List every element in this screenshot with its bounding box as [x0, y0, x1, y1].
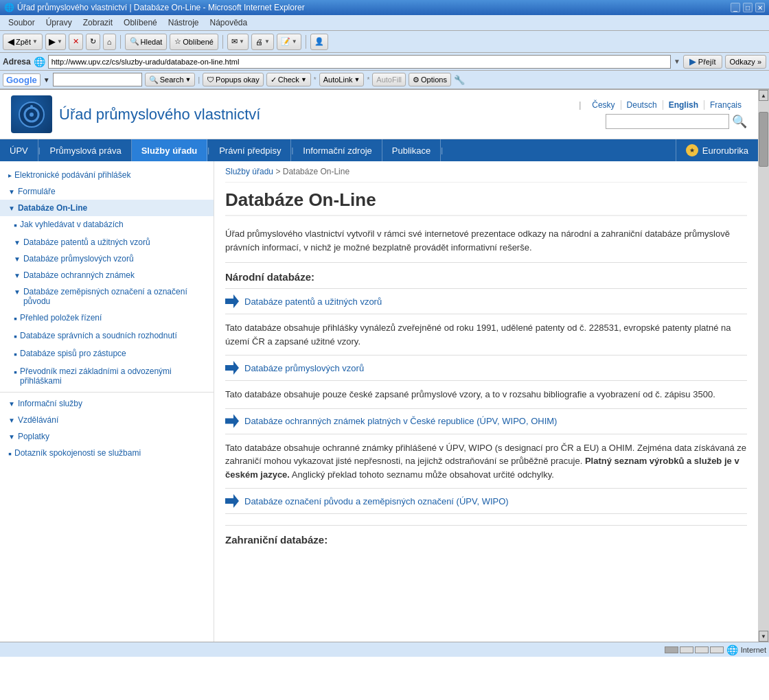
go-button[interactable]: ▶ Přejít	[683, 55, 722, 69]
lang-cs[interactable]: Česky	[586, 100, 621, 110]
sidebar-link-databaze-patentu[interactable]: Databáze patentů a užitných vzorů	[23, 237, 150, 247]
db-link-prumyslovych[interactable]: Databáze průmyslových vzorů	[244, 363, 364, 373]
nav-publikace[interactable]: Publikace	[382, 139, 441, 161]
db-link-row-prumyslovych: Databáze průmyslových vzorů	[225, 355, 747, 381]
dropdown-arrow[interactable]: ▼	[674, 58, 680, 65]
refresh-button[interactable]: ↻	[86, 34, 100, 50]
sidebar-item-databaze-spravnich[interactable]: ▪ Databáze správních a soudních rozhodnu…	[0, 327, 214, 345]
sidebar-link-prehled-polozek[interactable]: Přehled položek řízení	[20, 313, 102, 323]
menu-upravy[interactable]: Úpravy	[41, 16, 78, 29]
trademark-extra: Anglický překlad tohoto seznamu může obs…	[290, 469, 554, 480]
sidebar-link-dotaznik[interactable]: Dotazník spokojenosti se službami	[14, 448, 141, 458]
scroll-down[interactable]: ▼	[759, 631, 768, 642]
search-button[interactable]: 🔍 🔍 Hledat Hledat	[125, 34, 168, 50]
menu-nastroje[interactable]: Nástroje	[163, 16, 205, 29]
site-search-input[interactable]	[606, 114, 729, 129]
db-link-ochrannych[interactable]: Databáze ochranných známek platných v Če…	[244, 416, 557, 426]
minimize-button[interactable]: _	[731, 3, 740, 12]
sidebar-link-vzdelavani[interactable]: Vzdělávání	[18, 415, 58, 425]
window-controls[interactable]: _ □ ✕	[731, 3, 765, 12]
sidebar-link-databaze-spisu[interactable]: Databáze spisů pro zástupce	[20, 349, 126, 358]
google-search-button[interactable]: 🔍 Search ▼	[145, 73, 196, 86]
sidebar-link-databaze-ochrannych[interactable]: Databáze ochranných známek	[23, 270, 135, 280]
sidebar-item-prevodnik[interactable]: ▪ Převodník mezi základními a odvozenými…	[0, 363, 214, 389]
sidebar-item-dotaznik[interactable]: ▪ Dotazník spokojenosti se službami	[0, 445, 214, 463]
stop-button[interactable]: ✕	[69, 34, 83, 50]
links-button[interactable]: Odkazy »	[725, 55, 766, 69]
nav-sluzby-uradu[interactable]: Služby úřadu	[132, 139, 208, 161]
menu-napoveda[interactable]: Nápověda	[204, 16, 253, 29]
arrow-icon-4	[225, 494, 239, 508]
sidebar-item-prehled-polozek[interactable]: ▪ Přehled položek řízení	[0, 310, 214, 327]
messenger-button[interactable]: 👤	[310, 34, 328, 50]
sidebar-item-formulare[interactable]: ▼ Formuláře	[0, 183, 214, 200]
sidebar-item-databaze-ochrannych[interactable]: ▼ Databáze ochranných známek	[0, 267, 214, 283]
site-logo-area: Úřad průmyslového vlastnictví	[11, 95, 260, 133]
sidebar-link-epodavani[interactable]: Elektronické podávání přihlášek	[14, 170, 130, 180]
menu-zobrazit[interactable]: Zobrazit	[78, 16, 118, 29]
zone-label: Internet	[741, 646, 766, 654]
sidebar-link-jak-vyhledavat[interactable]: Jak vyhledávat v databázích	[20, 220, 124, 229]
menu-oblibene[interactable]: Oblíbené	[118, 16, 163, 29]
nav-informacni-zdroje[interactable]: Informační zdroje	[293, 139, 382, 161]
sidebar-link-prevodnik[interactable]: Převodník mezi základními a odvozenými p…	[20, 366, 205, 386]
db-link-row-ochrannych: Databáze ochranných známek platných v Če…	[225, 408, 747, 434]
sidebar-link-databaze-online[interactable]: Databáze On-Line	[18, 203, 87, 213]
sidebar-item-epodavani[interactable]: ▸ Elektronické podávání přihlášek	[0, 167, 214, 183]
sidebar-item-jak-vyhledavat[interactable]: ▪ Jak vyhledávat v databázích	[0, 216, 214, 234]
sidebar-link-databaze-spravnich[interactable]: Databáze správních a soudních rozhodnutí	[20, 331, 177, 340]
popups-button[interactable]: 🛡 Popups okay	[203, 73, 264, 86]
site-search-button[interactable]: 🔍	[732, 114, 747, 129]
forward-button[interactable]: ▶ ▼	[45, 34, 66, 50]
sidebar-link-databaze-zemepisnych[interactable]: Databáze zeměpisných označení a označení…	[23, 287, 205, 306]
lang-en[interactable]: English	[663, 100, 704, 110]
nav-pravni-predpisy[interactable]: Právní předpisy	[209, 139, 291, 161]
check-button[interactable]: ✓ Check ▼	[266, 73, 311, 86]
options-button[interactable]: ⚙ Options	[409, 73, 451, 86]
sidebar-item-informacni-sluzby[interactable]: ▼ Informační služby	[0, 395, 214, 412]
address-input[interactable]	[48, 55, 671, 69]
db-link-zemepisnych[interactable]: Databáze označení původu a zeměpisných o…	[244, 496, 509, 506]
home-button[interactable]: ⌂	[103, 34, 116, 50]
scroll-pos-4	[710, 646, 724, 653]
scroll-thumb[interactable]	[759, 112, 768, 167]
menu-soubor[interactable]: Soubor	[3, 16, 41, 29]
sidebar-item-databaze-patentu[interactable]: ▼ Databáze patentů a užitných vzorů	[0, 234, 214, 250]
window-title: 🌐 Úřad průmyslového vlastnictví | Databá…	[4, 3, 305, 12]
mail-button[interactable]: ✉ ▼	[227, 34, 249, 50]
lang-fr[interactable]: Français	[704, 100, 747, 110]
language-selector: | Česky Deutsch English Français	[573, 100, 747, 110]
sidebar-item-databaze-spisu[interactable]: ▪ Databáze spisů pro zástupce	[0, 345, 214, 363]
sidebar-link-poplatky[interactable]: Poplatky	[18, 432, 49, 441]
scroll-up[interactable]: ▲	[759, 90, 768, 101]
edit-button[interactable]: 📝 ▼	[277, 34, 301, 50]
google-search-input[interactable]	[53, 73, 142, 86]
back-button[interactable]: ◀ Zpět ▼	[3, 34, 43, 50]
nav-eurorubrika[interactable]: ★ Eurorubrika	[676, 139, 758, 161]
autolink-button[interactable]: AutoLink ▼	[319, 73, 365, 86]
sidebar-link-databaze-prumyslovych[interactable]: Databáze průmyslových vzorů	[23, 254, 134, 264]
favorites-button[interactable]: ☆ Oblíbené	[170, 34, 218, 50]
maximize-button[interactable]: □	[743, 3, 753, 12]
autofill-button[interactable]: AutoFill	[372, 73, 406, 86]
breadcrumb-parent[interactable]: Služby úřadu	[225, 167, 273, 176]
sidebar-item-databaze-zemepisnych[interactable]: ▼ Databáze zeměpisných označení a označe…	[0, 283, 214, 310]
sidebar-item-databaze-online[interactable]: ▼ Databáze On-Line	[0, 200, 214, 216]
sidebar-link-formulare[interactable]: Formuláře	[18, 187, 56, 196]
close-button[interactable]: ✕	[755, 3, 765, 12]
scrollbar[interactable]: ▲ ▼	[758, 90, 769, 642]
db-link-patentu[interactable]: Databáze patentů a užitných vzorů	[244, 296, 382, 307]
lang-de[interactable]: Deutsch	[621, 100, 663, 110]
sidebar-item-vzdelavani[interactable]: ▼ Vzdělávání	[0, 412, 214, 428]
sidebar-item-poplatky[interactable]: ▼ Poplatky	[0, 428, 214, 445]
google-dropdown-arrow[interactable]: ▼	[43, 76, 50, 84]
collapse-icon-5: ▼	[14, 288, 21, 296]
sidebar-item-databaze-prumyslovych[interactable]: ▼ Databáze průmyslových vzorů	[0, 250, 214, 267]
svg-point-2	[30, 113, 34, 117]
print-button[interactable]: 🖨 ▼	[251, 34, 274, 50]
nav-upv[interactable]: ÚPV	[0, 139, 38, 161]
collapse-icon-8: ▼	[8, 433, 15, 441]
nav-prumyslova-prava[interactable]: Průmyslová práva	[41, 139, 132, 161]
intro-text: Úřad průmyslového vlastnictví vytvořil v…	[225, 227, 747, 254]
sidebar-link-informacni-sluzby[interactable]: Informační služby	[18, 399, 82, 408]
